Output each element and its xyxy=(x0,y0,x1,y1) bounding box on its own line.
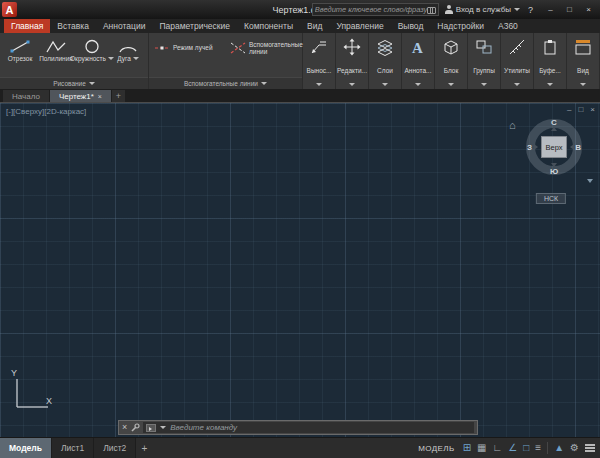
ribbon-tab-output[interactable]: Вывод xyxy=(391,19,431,33)
annotation-scale-icon[interactable]: ▲ xyxy=(554,443,564,453)
polyline-icon xyxy=(45,38,67,54)
drawing-close-button[interactable]: × xyxy=(590,105,595,114)
ribbon-panel-draw: Отрезок Полилиния Окружность xyxy=(0,33,149,89)
layout-tab-sheet2[interactable]: Лист2 xyxy=(94,438,136,458)
block-icon xyxy=(442,37,460,57)
ribbon-tab-manage[interactable]: Управление xyxy=(329,19,390,33)
viewcube[interactable]: ⌂ С Ю З В Верх НСК xyxy=(526,119,582,175)
ribbon: Отрезок Полилиния Окружность xyxy=(0,33,600,89)
tool-circle[interactable]: Окружность xyxy=(74,35,110,62)
ribbon-panel-clipboard[interactable]: Буфе... xyxy=(534,33,567,89)
command-close-icon[interactable]: × xyxy=(122,423,127,432)
maximize-button[interactable]: □ xyxy=(560,2,579,17)
snap-icon[interactable]: ▦ xyxy=(477,443,486,453)
panel-expand-icon xyxy=(89,82,95,85)
ribbon-panel-view[interactable]: Вид xyxy=(567,33,600,89)
ribbon-tab-addins[interactable]: Надстройки xyxy=(430,19,491,33)
panel-label-draw[interactable]: Рисование xyxy=(0,77,148,89)
ortho-icon[interactable]: ∟ xyxy=(492,443,502,453)
ucs-y-label: Y xyxy=(11,368,17,378)
panel-label-construction[interactable]: Вспомогательные линии xyxy=(149,77,302,89)
panel-expand-icon xyxy=(448,83,454,86)
tool-arc[interactable]: Дуга xyxy=(110,35,146,62)
viewcube-menu-caret-icon[interactable] xyxy=(587,179,593,183)
tab-close-icon[interactable]: × xyxy=(98,93,102,100)
window-controls: – □ × xyxy=(541,2,598,17)
annotation-icon: А xyxy=(409,37,427,57)
ribbon-panel-groups[interactable]: Группы xyxy=(468,33,501,89)
viewcube-arrow-down-icon[interactable] xyxy=(551,163,557,167)
panel-expand-icon xyxy=(514,83,520,86)
ribbon-panel-layers[interactable]: Слои xyxy=(369,33,402,89)
file-tab-drawing1[interactable]: Чертеж1* × xyxy=(50,90,111,102)
drawing-minimize-button[interactable]: – xyxy=(567,105,571,114)
search-binoculars-icon[interactable] xyxy=(427,6,436,13)
recent-commands-caret-icon[interactable] xyxy=(160,426,166,429)
ribbon-panel-block[interactable]: Блок xyxy=(435,33,468,89)
help-icon[interactable]: ? xyxy=(526,5,535,15)
ribbon-panel-annotation[interactable]: А Аннота... xyxy=(402,33,435,89)
drawing-canvas[interactable]: [-][Сверху][2D-каркас] – □ × ⌂ С Ю З В В… xyxy=(0,102,600,437)
grid-icon[interactable]: ⊞ xyxy=(463,443,471,453)
new-layout-button[interactable]: + xyxy=(136,438,152,458)
leaders-icon xyxy=(310,37,328,57)
ribbon-tab-a360[interactable]: A360 xyxy=(491,19,525,33)
clipboard-icon xyxy=(541,37,559,57)
viewcube-top-face[interactable]: Верх xyxy=(541,136,567,158)
ribbon-panel-leaders[interactable]: Вынос... xyxy=(303,33,336,89)
ribbon-tab-insert[interactable]: Вставка xyxy=(50,19,96,33)
viewcube-west-label[interactable]: З xyxy=(527,143,532,152)
ribbon-tab-components[interactable]: Компоненты xyxy=(237,19,300,33)
osnap-icon[interactable]: □ xyxy=(523,443,529,453)
lineweight-icon[interactable]: ≡ xyxy=(535,443,541,453)
viewcube-north-label[interactable]: С xyxy=(551,118,557,127)
customize-wrench-icon[interactable] xyxy=(130,423,140,433)
ribbon-tab-home[interactable]: Главная xyxy=(4,19,50,33)
tool-ray-mode[interactable]: Режим лучей xyxy=(151,38,224,58)
file-tab-bar: Начало Чертеж1* × + xyxy=(0,89,600,102)
viewcube-arrow-left-icon[interactable] xyxy=(534,144,538,150)
tool-polyline[interactable]: Полилиния xyxy=(38,35,74,62)
drawing-window-controls: – □ × xyxy=(567,105,595,114)
circle-icon xyxy=(81,38,103,54)
viewcube-arrow-right-icon[interactable] xyxy=(570,144,574,150)
ribbon-panel-utilities[interactable]: Утилиты xyxy=(501,33,534,89)
layout-tab-bar: Модель Лист1 Лист2 + xyxy=(0,438,152,458)
ribbon-tab-parametric[interactable]: Параметрические xyxy=(152,19,237,33)
customization-menu-icon[interactable] xyxy=(585,444,595,452)
tool-construction-lines[interactable]: Вспомогательные линии xyxy=(227,38,300,58)
new-drawing-tab-button[interactable]: + xyxy=(112,90,125,102)
utilities-icon xyxy=(508,37,526,57)
help-search-box xyxy=(312,3,439,16)
viewcube-ucs-menu[interactable]: НСК xyxy=(536,193,566,204)
command-input[interactable]: Введите команду xyxy=(143,422,474,433)
layout-tab-model[interactable]: Модель xyxy=(0,438,52,458)
layout-tab-sheet1[interactable]: Лист1 xyxy=(52,438,94,458)
autocad-app-button[interactable]: A xyxy=(2,2,17,17)
drawing-restore-button[interactable]: □ xyxy=(578,105,583,114)
command-placeholder: Введите команду xyxy=(170,423,237,432)
ucs-icon: Y X xyxy=(8,367,54,415)
tool-line[interactable]: Отрезок xyxy=(2,35,38,62)
panel-expand-icon xyxy=(547,83,553,86)
ribbon-panel-modify[interactable]: Редакти... xyxy=(336,33,369,89)
person-icon xyxy=(445,5,453,14)
minimize-button[interactable]: – xyxy=(541,2,560,17)
viewport-controls-label[interactable]: [-][Сверху][2D-каркас] xyxy=(6,107,86,116)
modify-icon xyxy=(343,37,361,57)
model-space-button[interactable]: МОДЕЛЬ xyxy=(418,444,454,453)
close-button[interactable]: × xyxy=(579,2,598,17)
viewcube-east-label[interactable]: В xyxy=(575,143,581,152)
ribbon-tab-view[interactable]: Вид xyxy=(300,19,329,33)
workspace-gear-icon[interactable]: ⚙ xyxy=(570,443,579,453)
polar-tracking-icon[interactable]: ∠ xyxy=(508,443,517,453)
file-tab-start[interactable]: Начало xyxy=(3,90,49,102)
viewcube-south-label[interactable]: Ю xyxy=(550,167,558,176)
viewcube-home-icon[interactable]: ⌂ xyxy=(509,119,516,131)
bottom-bar: Модель Лист1 Лист2 + МОДЕЛЬ ⊞ ▦ ∟ ∠ □ ≡ … xyxy=(0,437,600,458)
help-search-input[interactable] xyxy=(315,4,427,15)
viewcube-arrow-up-icon[interactable] xyxy=(551,127,557,131)
ribbon-tab-annotate[interactable]: Аннотации xyxy=(96,19,153,33)
signin-button[interactable]: Вход в службы xyxy=(445,5,520,14)
groups-icon xyxy=(475,37,493,57)
